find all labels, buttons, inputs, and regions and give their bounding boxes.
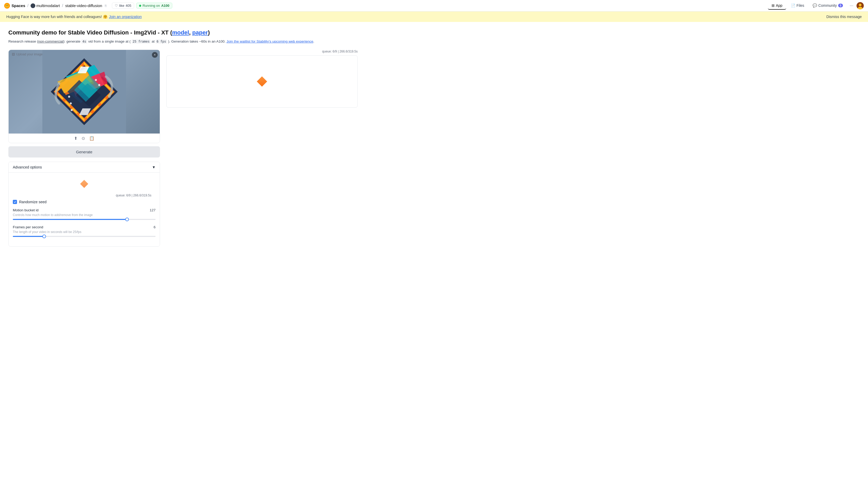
running-dot (139, 5, 141, 7)
fps-desc: The length of your video in seconds will… (13, 230, 156, 234)
advanced-loading (13, 177, 156, 192)
fps-value: 6 (154, 225, 156, 229)
svg-point-24 (71, 109, 73, 111)
video-output-area (166, 55, 358, 108)
queue-time: 266.6/319.5s (339, 50, 358, 53)
tab-files[interactable]: 📄 Files (787, 2, 808, 10)
right-panel: queue: 6/9 | 266.6/319.5s (166, 50, 358, 247)
running-hardware: A100 (161, 4, 169, 8)
nav-sep2: / (62, 3, 63, 8)
fps-row: Frames per second 6 The length of your v… (13, 225, 156, 237)
clipboard-icon[interactable]: 📋 (89, 136, 94, 141)
nav-user[interactable]: multimodalart (31, 3, 60, 8)
tab-app-label: App (776, 3, 783, 8)
upload-toolbar-icon[interactable]: ⬆ (74, 136, 77, 141)
advanced-label: Advanced options (13, 165, 42, 169)
files-icon: 📄 (791, 3, 795, 8)
queue-info-top: queue: 6/9 | 266.6/319.5s (166, 50, 358, 53)
dismiss-button[interactable]: Dismiss this message (826, 15, 862, 19)
like-button[interactable]: ♡ like 405 (112, 3, 134, 9)
image-toolbar: ⬆ ⊙ 📋 (9, 134, 160, 143)
motion-bucket-slider[interactable] (13, 219, 156, 220)
artwork-svg (9, 50, 160, 134)
like-label: like (119, 4, 124, 8)
image-preview[interactable] (9, 50, 160, 134)
fps-header: Frames per second 6 (13, 225, 156, 229)
user-avatar-icon (31, 3, 35, 8)
spaces-logo-icon: 🤗 (4, 3, 10, 9)
svg-point-4 (859, 4, 861, 6)
loading-spinner (257, 76, 267, 87)
avatar-image (857, 2, 864, 9)
community-badge: 5 (838, 4, 843, 7)
fps-thumb[interactable] (42, 235, 46, 238)
nav-separator: / (28, 3, 29, 8)
randomize-seed-label: Randomize seed (19, 200, 46, 204)
page-title: Community demo for Stable Video Diffusio… (8, 29, 358, 36)
running-badge: Running on A100 (136, 3, 172, 9)
svg-point-22 (68, 96, 70, 98)
more-menu-button[interactable]: ⋯ (848, 2, 856, 9)
navbar-left: 🤗 Spaces / multimodalart / stable-video-… (4, 3, 172, 9)
randomize-seed-row: Randomize seed (13, 200, 156, 204)
svg-point-25 (95, 79, 97, 81)
checkmark-icon (13, 201, 16, 203)
queue-label: queue: 6/9 (322, 50, 337, 53)
svg-text:🤗: 🤗 (5, 4, 9, 8)
fps-label: Frames per second (13, 225, 43, 229)
queue-label2: queue: 6/9 (116, 194, 131, 197)
webcam-icon[interactable]: ⊙ (82, 136, 85, 141)
running-label: Running on (143, 4, 160, 8)
tab-community[interactable]: 💬 Community 5 (809, 2, 847, 10)
image-upload-container: 🖼 Upload your image × (8, 50, 160, 143)
svg-point-2 (31, 3, 35, 8)
loading-diamond-small (80, 180, 88, 188)
randomize-seed-checkbox[interactable] (13, 200, 17, 204)
advanced-body: queue: 6/9 | 266.6/319.5s Randomize seed (9, 172, 160, 246)
svg-point-23 (70, 103, 72, 105)
advanced-header[interactable]: Advanced options ▼ (9, 162, 160, 172)
svg-point-26 (98, 84, 101, 86)
content-layout: 🖼 Upload your image × (8, 50, 358, 247)
motion-bucket-desc: Controls how much motion to add/remove f… (13, 213, 156, 217)
tab-community-label: Community (818, 3, 837, 8)
title-suffix: ) (208, 29, 210, 36)
banner-text: Hugging Face is way more fun with friend… (6, 15, 142, 19)
queue-time2: 266.6/319.5s (133, 194, 151, 197)
spaces-label: Spaces (11, 3, 25, 8)
like-count: 405 (125, 4, 131, 8)
paper-link[interactable]: paper (192, 29, 208, 36)
motion-bucket-value: 127 (149, 208, 156, 212)
motion-bucket-header: Motion bucket id 127 (13, 208, 156, 212)
repo-name[interactable]: stable-video-diffusion (65, 3, 102, 8)
title-prefix: Community demo for Stable Video Diffusio… (8, 29, 172, 36)
non-commercial-link[interactable]: non-commercial (38, 40, 63, 43)
left-panel: 🖼 Upload your image × (8, 50, 160, 247)
fps-slider[interactable] (13, 236, 156, 237)
model-link[interactable]: model (172, 29, 189, 36)
user-avatar[interactable] (857, 2, 864, 9)
motion-bucket-label: Motion bucket id (13, 208, 39, 212)
community-icon: 💬 (813, 3, 817, 8)
close-image-button[interactable]: × (152, 52, 158, 58)
app-icon: ⊞ (772, 3, 775, 8)
waitlist-link[interactable]: Join the waitlist for Stability's upcomi… (227, 40, 313, 43)
queue-info-bottom: queue: 6/9 | 266.6/319.5s (13, 192, 156, 200)
motion-bucket-row: Motion bucket id 127 Controls how much m… (13, 208, 156, 220)
copy-icon[interactable]: ⎘ (105, 4, 107, 8)
banner: Hugging Face is way more fun with friend… (0, 11, 868, 22)
motion-bucket-thumb[interactable] (125, 217, 129, 221)
heart-icon: ♡ (115, 4, 118, 8)
tab-app[interactable]: ⊞ App (768, 2, 786, 10)
tab-files-label: Files (797, 3, 804, 8)
title-comma: , (189, 29, 192, 36)
page-description: Research release (non-commercial): gener… (8, 39, 358, 44)
banner-message: Hugging Face is way more fun with friend… (6, 15, 107, 19)
main-content: Community demo for Stable Video Diffusio… (0, 22, 366, 254)
generate-button[interactable]: Generate (8, 146, 160, 158)
upload-label: 🖼 Upload your image (12, 53, 43, 56)
navbar: 🤗 Spaces / multimodalart / stable-video-… (0, 0, 868, 11)
spaces-home-link[interactable]: 🤗 Spaces (4, 3, 25, 9)
join-org-link[interactable]: Join an organization (109, 15, 142, 19)
image-canvas (9, 50, 160, 134)
